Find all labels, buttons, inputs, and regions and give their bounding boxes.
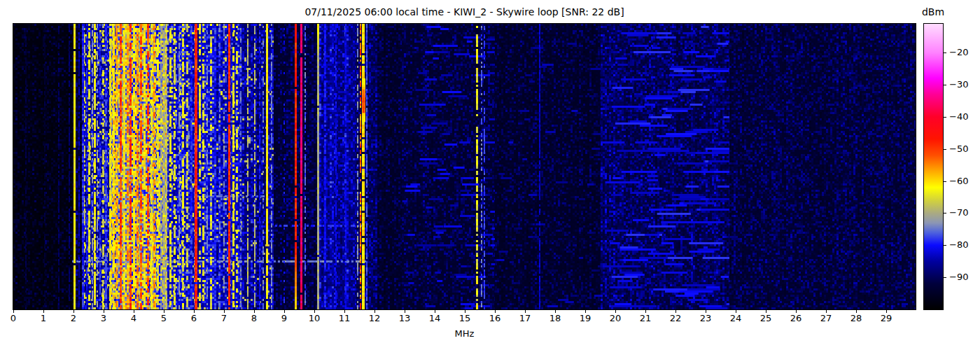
spectrogram-figure: 07/11/2025 06:00 local time - KIWI_2 - S…	[0, 0, 980, 350]
colorbar-tick-mark	[944, 117, 946, 118]
x-tick-label: 11	[335, 314, 354, 323]
colorbar-tick-label: −70	[949, 208, 977, 218]
x-tick-label: 3	[94, 314, 113, 323]
x-tick-label: 26	[787, 314, 805, 323]
colorbar-tick-label: −50	[949, 144, 977, 154]
x-tick-label: 27	[817, 314, 835, 323]
x-tick-label: 25	[757, 314, 775, 323]
colorbar-tick-label: −90	[949, 272, 977, 282]
x-tick-label: 7	[215, 314, 233, 323]
x-tick-label: 5	[155, 314, 173, 323]
colorbar-tick-mark	[944, 213, 946, 214]
x-tick-label: 18	[546, 314, 564, 323]
x-tick-label: 1	[34, 314, 52, 323]
colorbar-tick-mark	[944, 181, 946, 182]
colorbar-tick-label: −30	[949, 80, 977, 90]
colorbar	[923, 23, 944, 310]
colorbar-unit-label: dBm	[913, 5, 953, 19]
x-axis-label: MHz	[13, 328, 916, 339]
x-tick-label: 22	[666, 314, 685, 323]
colorbar-tick-label: −60	[949, 176, 977, 186]
chart-title: 07/11/2025 06:00 local time - KIWI_2 - S…	[13, 5, 916, 19]
x-tick-label: 0	[4, 314, 22, 323]
x-tick-label: 23	[696, 314, 715, 323]
x-tick-label: 14	[426, 314, 444, 323]
colorbar-tick-mark	[944, 85, 946, 85]
x-tick-label: 20	[606, 314, 624, 323]
x-tick-label: 10	[305, 314, 323, 323]
colorbar-tick-label: −20	[949, 48, 977, 57]
colorbar-tick-mark	[944, 277, 946, 278]
x-tick-label: 13	[396, 314, 414, 323]
spectrogram-canvas	[13, 24, 916, 309]
x-tick-label: 2	[64, 314, 83, 323]
x-tick-label: 16	[486, 314, 504, 323]
plot-area	[13, 23, 916, 310]
x-tick-label: 19	[576, 314, 594, 323]
colorbar-tick-mark	[944, 149, 946, 150]
colorbar-gradient	[924, 24, 943, 309]
x-tick-label: 6	[185, 314, 203, 323]
x-tick-label: 15	[456, 314, 474, 323]
x-tick-label: 12	[365, 314, 384, 323]
x-tick-label: 4	[125, 314, 143, 323]
x-tick-label: 24	[727, 314, 745, 323]
x-tick-label: 17	[516, 314, 534, 323]
x-tick-label: 29	[877, 314, 895, 323]
x-tick-label: 21	[636, 314, 654, 323]
x-tick-label: 9	[275, 314, 293, 323]
x-tick-label: 8	[245, 314, 263, 323]
colorbar-tick-label: −40	[949, 112, 977, 122]
colorbar-tick-mark	[944, 245, 946, 246]
colorbar-tick-label: −80	[949, 240, 977, 250]
colorbar-tick-mark	[944, 52, 946, 53]
x-tick-label: 28	[847, 314, 865, 323]
